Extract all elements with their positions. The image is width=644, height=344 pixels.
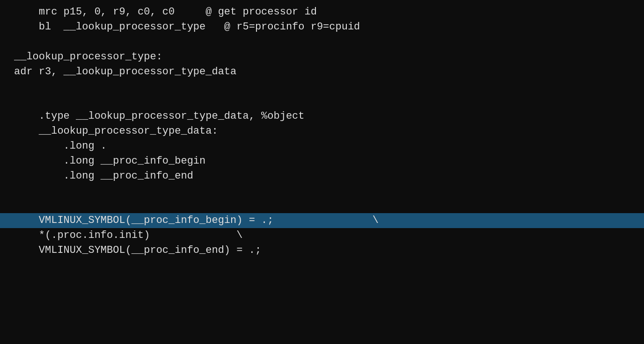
code-line-3 [0, 35, 644, 50]
code-line-7 [0, 94, 644, 109]
code-line-16: *(.proc.info.init) \ [0, 228, 644, 243]
code-line-11: .long __proc_info_begin [0, 154, 644, 169]
code-line-10: .long . [0, 139, 644, 154]
code-line-8: .type __lookup_processor_type_data, %obj… [0, 109, 644, 124]
code-editor: mrc p15, 0, r9, c0, c0 @ get processor i… [0, 0, 644, 344]
code-line-5: adr r3, __lookup_processor_type_data [0, 64, 644, 79]
code-line-2: bl __lookup_processor_type @ r5=procinfo… [0, 20, 644, 35]
code-line-14 [0, 199, 644, 214]
code-line-1: mrc p15, 0, r9, c0, c0 @ get processor i… [0, 5, 644, 20]
code-line-13 [0, 184, 644, 199]
code-line-6 [0, 79, 644, 94]
code-line-9: __lookup_processor_type_data: [0, 124, 644, 139]
code-line-17: VMLINUX_SYMBOL(__proc_info_end) = .; [0, 243, 644, 258]
code-line-15: VMLINUX_SYMBOL(__proc_info_begin) = .; \ [0, 213, 644, 228]
code-line-4: __lookup_processor_type: [0, 50, 644, 64]
code-line-12: .long __proc_info_end [0, 169, 644, 184]
